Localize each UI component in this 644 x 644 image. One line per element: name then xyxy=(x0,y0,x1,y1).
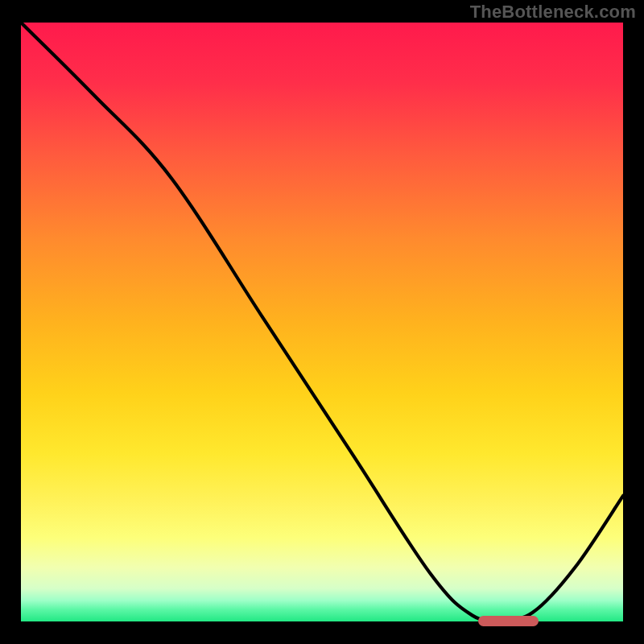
plot-area xyxy=(21,23,623,621)
frame-right xyxy=(623,0,644,644)
frame-left xyxy=(0,0,21,644)
bottleneck-curve xyxy=(21,23,623,620)
curve-svg xyxy=(21,23,623,621)
watermark-text: TheBottleneck.com xyxy=(470,2,636,23)
optimum-marker xyxy=(478,616,539,626)
frame-bottom xyxy=(0,621,644,644)
